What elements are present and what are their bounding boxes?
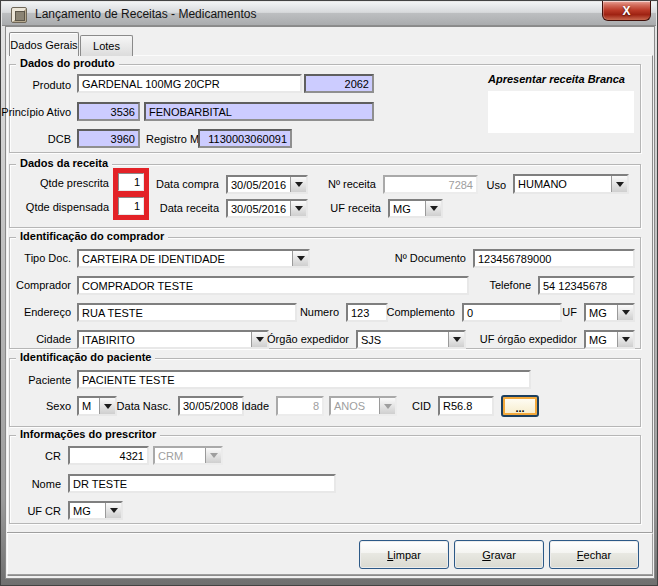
num-receita-label: Nº receita [328, 178, 376, 190]
receita-type-note: Apresentar receita Branca [488, 73, 625, 85]
data-compra-label: Data compra [156, 178, 219, 190]
close-icon: X [622, 4, 630, 18]
dcb-field: 3960 [77, 129, 140, 148]
red-highlight-annotation: 1 1 [113, 168, 149, 220]
qtde-prescrita-label: Qtde prescrita [40, 177, 109, 189]
tab-dados-gerais[interactable]: Dados Gerais [9, 32, 79, 56]
group-identificacao-paciente: Identificação do paciente [9, 358, 641, 427]
data-nasc-label: Data Nasc. [117, 400, 171, 412]
uf-orgao-expedidor-label: UF órgão expedidor [480, 333, 577, 345]
chevron-down-icon[interactable] [617, 332, 633, 347]
telefone-label: Telefone [489, 279, 531, 291]
uf-orgao-expedidor-select[interactable]: MG [584, 330, 635, 349]
tab-lotes[interactable]: Lotes [80, 35, 133, 56]
title-bar[interactable]: Lançamento de Receitas - Medicamentos [2, 2, 656, 26]
complemento-input[interactable]: 0 [462, 303, 562, 322]
chevron-down-icon[interactable] [251, 332, 267, 347]
num-documento-input[interactable]: 123456789000 [473, 249, 635, 268]
uf-cr-select[interactable]: MG [68, 501, 123, 520]
uf-select[interactable]: MG [584, 303, 635, 322]
cid-input[interactable]: R56.8 [438, 396, 494, 416]
data-receita-select[interactable]: 30/05/2016 [226, 199, 308, 218]
data-compra-select[interactable]: 30/05/2016 [226, 175, 308, 194]
sexo-label: Sexo [46, 400, 71, 412]
uf-cr-label: UF CR [27, 505, 61, 517]
cr-input[interactable]: 4321 [68, 446, 149, 465]
group-title-prescritor: Informações do prescritor [16, 428, 160, 440]
uf-receita-select[interactable]: MG [388, 199, 443, 218]
chevron-down-icon[interactable] [425, 201, 441, 216]
paciente-label: Paciente [28, 374, 71, 386]
note-panel [488, 91, 634, 133]
orgao-expedidor-label: Órgão expedidor [267, 333, 349, 345]
comprador-input[interactable]: COMPRADOR TESTE [77, 276, 469, 295]
cid-browse-button[interactable]: ... [501, 395, 539, 417]
produto-code-field: 2062 [304, 74, 374, 93]
idade-unit-select: ANOS [329, 396, 397, 416]
idade-label: Idade [241, 400, 269, 412]
chevron-down-icon[interactable] [448, 332, 464, 347]
produto-input[interactable]: GARDENAL 100MG 20CPR [77, 74, 302, 93]
dcb-label: DCB [48, 133, 71, 145]
sexo-select[interactable]: M [77, 396, 117, 416]
qtde-dispensada-input[interactable]: 1 [118, 197, 144, 215]
group-title-dados-receita: Dados da receita [16, 157, 112, 169]
numero-input[interactable]: 123 [346, 303, 388, 322]
telefone-input[interactable]: 54 12345678 [538, 276, 635, 295]
qtde-prescrita-input[interactable]: 1 [118, 173, 144, 191]
uso-label: Uso [486, 179, 506, 191]
produto-label: Produto [32, 79, 71, 91]
numero-label: Numero [300, 306, 339, 318]
group-title-paciente: Identificação do paciente [16, 351, 155, 363]
data-receita-label: Data receita [160, 202, 219, 214]
cr-tipo-select: CRM [153, 446, 223, 465]
tipo-doc-select[interactable]: CARTEIRA DE IDENTIDADE [77, 249, 310, 268]
principio-ativo-name-field: FENOBARBITAL [144, 102, 374, 121]
qtde-dispensada-label: Qtde dispensada [26, 201, 109, 213]
chevron-down-icon[interactable] [617, 305, 633, 320]
nome-label: Nome [32, 478, 61, 490]
comprador-label: Comprador [16, 279, 71, 291]
principio-ativo-code-field: 3536 [77, 102, 140, 121]
chevron-down-icon [379, 398, 395, 414]
chevron-down-icon[interactable] [105, 503, 121, 518]
dialog-window: Lançamento de Receitas - Medicamentos X … [0, 0, 658, 586]
num-receita-field: 7284 [383, 175, 478, 194]
orgao-expedidor-select[interactable]: SJS [356, 330, 466, 349]
close-button[interactable]: X [602, 1, 651, 21]
data-nasc-input[interactable]: 30/05/2008 [178, 396, 244, 416]
uf-receita-label: UF receita [330, 202, 381, 214]
group-title-dados-produto: Dados do produto [16, 57, 119, 69]
nome-input[interactable]: DR TESTE [68, 474, 336, 493]
endereco-input[interactable]: RUA TESTE [77, 303, 297, 322]
principio-ativo-label: Princípio Ativo [1, 106, 71, 118]
window-title: Lançamento de Receitas - Medicamentos [35, 7, 256, 21]
cid-label: CID [412, 400, 431, 412]
cidade-select[interactable]: ITABIRITO [77, 330, 269, 349]
cidade-label: Cidade [36, 333, 71, 345]
cr-label: CR [45, 450, 61, 462]
tipo-doc-label: Tipo Doc. [24, 252, 71, 264]
limpar-button[interactable]: Limpar [359, 540, 449, 569]
group-title-comprador: Identificação do comprador [16, 230, 168, 242]
paciente-input[interactable]: PACIENTE TESTE [77, 370, 531, 389]
chevron-down-icon[interactable] [611, 176, 627, 192]
endereco-label: Endereço [24, 306, 71, 318]
chevron-down-icon[interactable] [290, 201, 306, 216]
idade-field: 8 [276, 396, 324, 416]
ellipsis-icon: ... [515, 403, 524, 413]
num-documento-label: Nº Documento [395, 252, 466, 264]
gravar-button[interactable]: Gravar [454, 540, 544, 569]
chevron-down-icon[interactable] [290, 177, 306, 192]
complemento-label: Complemento [387, 306, 455, 318]
chevron-down-icon [205, 448, 221, 463]
uf-label: UF [562, 306, 577, 318]
fechar-button[interactable]: Fechar [549, 540, 639, 569]
chevron-down-icon[interactable] [99, 398, 115, 414]
registro-ms-field: 1130003060091 [198, 129, 292, 148]
uso-select[interactable]: HUMANO [513, 174, 629, 194]
chevron-down-icon[interactable] [292, 251, 308, 266]
app-icon [11, 7, 27, 23]
